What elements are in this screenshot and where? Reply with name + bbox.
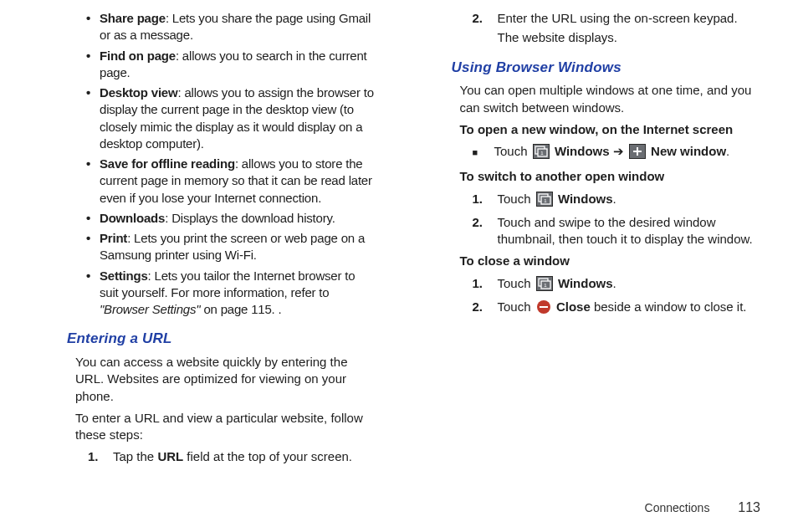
bullet-marker: • [86,230,100,264]
switch-step-2: 2. Touch and swipe to the desired window… [473,214,761,248]
bullet-share-page: • Share page: Lets you share the page us… [86,10,376,44]
svg-rect-16 [540,306,548,308]
bullet-text: Downloads: Displays the download history… [100,210,376,227]
page-number: 113 [738,500,760,514]
arrow-icon: ➔ [613,144,627,158]
bullet-marker: • [86,156,100,207]
text-new-window: New window [651,144,726,158]
bullet-desc: : Lets you print the screen or web page … [100,231,365,262]
bullet-desc: : Displays the download history. [165,211,335,225]
subhead-switch-window: To switch to another open window [460,168,761,185]
open-window-step: ■ Touch 1 Windows ➔ New window. [473,143,761,163]
bullet-term: Desktop view [100,85,177,100]
para-using-1: You can open multiple windows at one tim… [460,82,761,116]
text-bold: URL [157,449,183,463]
text-touch: Touch [494,144,531,158]
bullet-desc-b: on page 115. . [200,302,281,316]
step-text: Touch 1 Windows ➔ New window. [494,143,761,163]
windows-icon: 1 [533,144,550,163]
text-rest: beside a window to close it. [591,299,747,314]
close-circle-icon [536,299,551,319]
bullet-marker: • [86,268,100,319]
close-step-2: 2. Touch Close beside a window to close … [473,299,761,319]
bullet-print: • Print: Lets you print the screen or we… [86,230,376,264]
bullet-text: Find on page: allows you to search in th… [100,48,376,82]
bullet-term: Settings [100,269,148,283]
bullet-find-on-page: • Find on page: allows you to search in … [86,48,376,82]
windows-icon: 1 [536,192,553,211]
chapter-name: Connections [645,501,710,514]
right-column: 2. Enter the URL using the on-screen key… [422,7,761,468]
step-number: 2. [473,214,498,248]
bullet-desktop-view: • Desktop view: allows you to assign the… [86,84,376,152]
text-close: Close [556,299,591,314]
windows-icon: 1 [536,276,553,295]
columns: • Share page: Lets you share the page us… [38,7,760,468]
text-a: Tap the [113,449,157,463]
bullet-term: Downloads [100,211,165,225]
bullet-term: Print [100,231,127,245]
text-touch: Touch [498,192,535,206]
page: • Share page: Lets you share the page us… [0,0,798,532]
plus-icon [629,144,646,163]
heading-entering-url: Entering a URL [67,330,376,349]
step-2-continue: The website displays. [498,29,761,46]
step-text: Touch and swipe to the desired window th… [498,214,761,248]
para-entering-2: To enter a URL and view a particular web… [75,410,376,444]
heading-using-windows: Using Browser Windows [452,59,761,78]
bullet-marker: • [86,48,100,82]
step-number: 1. [473,275,498,295]
bullet-settings: • Settings: Lets you tailor the Internet… [86,268,376,319]
bullet-text: Settings: Lets you tailor the Internet b… [100,268,376,319]
subhead-open-window: To open a new window, on the Internet sc… [460,121,761,138]
step-number: 1. [473,191,498,211]
step-1: 1. Tap the URL field at the top of your … [88,448,376,465]
bullet-marker: • [86,10,100,44]
step-text: Touch 1 Windows. [498,275,761,295]
page-footer: Connections 113 [645,499,760,517]
bullet-text: Print: Lets you print the screen or web … [100,230,376,264]
text-windows: Windows [558,192,613,206]
step-number: 2. [473,10,498,27]
bullet-term: Find on page [100,49,176,63]
bullet-marker: • [86,210,100,227]
bullet-marker: • [86,84,100,152]
bullet-term: Share page [100,11,166,25]
square-bullet-icon: ■ [473,143,494,163]
text-touch: Touch [498,299,535,314]
step-text: Enter the URL using the on-screen keypad… [498,10,761,27]
period: . [613,192,616,206]
bullet-save-offline: • Save for offline reading: allows you t… [86,156,376,207]
step-number: 1. [88,448,113,465]
step-number: 2. [473,299,498,319]
text-touch: Touch [498,276,535,290]
switch-step-1: 1. Touch 1 Windows. [473,191,761,211]
step-text: Tap the URL field at the top of your scr… [113,448,376,465]
subhead-close-window: To close a window [460,253,761,269]
bullet-text: Desktop view: allows you to assign the b… [100,84,376,152]
bullet-term: Save for offline reading [100,156,235,171]
bullet-text: Share page: Lets you share the page usin… [100,10,376,44]
period: . [726,144,729,158]
step-text: Touch Close beside a window to close it. [498,299,761,319]
bullet-downloads: • Downloads: Displays the download histo… [86,210,376,227]
para-entering-1: You can access a website quickly by ente… [75,354,376,405]
step-text: Touch 1 Windows. [498,191,761,211]
step-2: 2. Enter the URL using the on-screen key… [473,10,761,27]
period: . [613,276,616,290]
left-column: • Share page: Lets you share the page us… [38,7,376,468]
bullet-text: Save for offline reading: allows you to … [100,156,376,207]
close-step-1: 1. Touch 1 Windows. [473,275,761,295]
bullet-link: "Browser Settings" [100,302,200,316]
text-b: field at the top of your screen. [183,449,352,463]
text-windows: Windows [558,276,613,290]
text-windows: Windows [555,144,610,158]
